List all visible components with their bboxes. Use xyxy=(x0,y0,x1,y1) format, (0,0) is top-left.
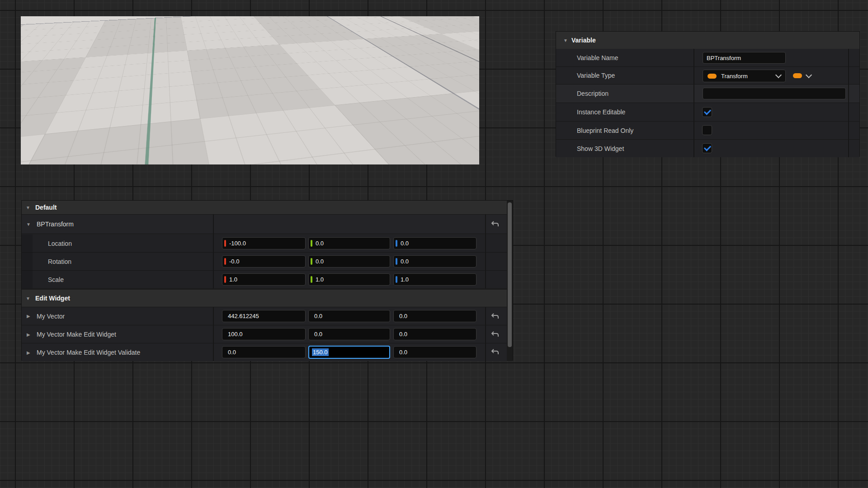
show-3d-widget-label: Show 3D Widget xyxy=(577,145,624,152)
rotation-label: Rotation xyxy=(48,258,71,265)
variable-type-value: Transform xyxy=(721,73,748,80)
mvmewv-z-field[interactable]: 0.0 xyxy=(393,346,476,358)
collapse-arrow-icon[interactable] xyxy=(26,222,33,227)
chevron-down-icon xyxy=(775,72,782,78)
revert-button[interactable] xyxy=(490,329,500,340)
my-vector-z-field[interactable]: 0.0 xyxy=(393,310,476,322)
x-axis-color-bar xyxy=(224,276,226,283)
viewport-label-exceed: Exceed max length:100 xyxy=(256,132,321,139)
expand-arrow-icon[interactable] xyxy=(27,332,33,337)
container-type-dropdown[interactable] xyxy=(793,73,811,78)
variable-section-header[interactable]: Variable xyxy=(556,32,859,49)
collapse-arrow-icon[interactable] xyxy=(26,296,32,301)
mvmewv-y-field-editing[interactable]: 150.0 xyxy=(308,346,390,359)
location-x-field[interactable]: -100.0 xyxy=(222,237,306,249)
section-title: Variable xyxy=(571,37,596,44)
viewport-label-bptransform: BPTransform xyxy=(61,75,99,82)
z-axis-color-bar xyxy=(396,240,397,247)
bptransform-widget[interactable] xyxy=(42,50,92,95)
my-vector-label: My Vector xyxy=(37,313,65,320)
column-splitter[interactable] xyxy=(213,215,214,289)
x-axis-arrow xyxy=(225,67,236,75)
details-scrollbar[interactable] xyxy=(507,201,513,361)
variable-type-label: Variable Type xyxy=(577,72,615,79)
z-axis-arrow xyxy=(200,38,209,49)
mvmewv-x-value: 0.0 xyxy=(228,349,236,356)
revert-button[interactable] xyxy=(490,347,500,357)
revert-arrow-icon xyxy=(491,313,500,320)
mvmew-z-field[interactable]: 0.0 xyxy=(393,328,476,340)
rotation-x-value: -0.0 xyxy=(229,258,239,265)
instance-editable-checkbox[interactable] xyxy=(702,107,712,117)
expand-arrow-icon[interactable] xyxy=(27,350,33,355)
container-type-pill-icon xyxy=(793,73,802,78)
transform-gizmo[interactable] xyxy=(170,34,247,86)
my-vector-y-value: 0.0 xyxy=(314,313,322,319)
location-y-value: 0.0 xyxy=(316,240,324,247)
check-icon xyxy=(704,108,711,115)
mvmew-x-value: 100.0 xyxy=(228,331,243,338)
scale-x-value: 1.0 xyxy=(229,276,237,283)
check-icon xyxy=(704,144,711,151)
scale-x-field[interactable]: 1.0 xyxy=(222,273,306,286)
my-vector-y-field[interactable]: 0.0 xyxy=(308,310,390,322)
default-section-header[interactable]: Default xyxy=(22,201,513,215)
column-splitter[interactable] xyxy=(213,307,214,361)
blueprint-editor: { "viewport": { "labels": { "bptransform… xyxy=(0,0,868,488)
column-splitter[interactable] xyxy=(693,49,694,157)
variable-name-input[interactable] xyxy=(703,52,786,64)
location-y-field[interactable]: 0.0 xyxy=(308,237,390,249)
selected-text: 150.0 xyxy=(312,348,329,356)
mvmew-y-field[interactable]: 0.0 xyxy=(308,328,390,340)
edit-widget-section-header[interactable]: Edit Widget xyxy=(22,289,513,307)
revert-arrow-icon xyxy=(491,221,500,228)
z-axis-color-bar xyxy=(396,276,397,283)
exceed-widget[interactable] xyxy=(239,114,262,149)
rotation-y-field[interactable]: 0.0 xyxy=(308,255,390,267)
scale-y-value: 1.0 xyxy=(316,276,324,283)
mvmew-z-value: 0.0 xyxy=(399,331,407,338)
collapse-arrow-icon[interactable] xyxy=(26,205,32,210)
blueprint-read-only-checkbox[interactable] xyxy=(702,125,712,135)
revert-button[interactable] xyxy=(490,311,500,322)
variable-type-dropdown[interactable]: Transform xyxy=(703,70,786,82)
revert-button[interactable] xyxy=(490,219,500,230)
rotation-z-field[interactable]: 0.0 xyxy=(393,255,476,267)
scale-z-field[interactable]: 1.0 xyxy=(393,273,476,286)
preview-viewport[interactable]: BPTransform MyVector_MakeEditWidget Exce… xyxy=(21,16,479,164)
my-vector-x-field[interactable]: 442.612245 xyxy=(222,310,306,322)
rotation-x-field[interactable]: -0.0 xyxy=(222,255,306,267)
description-input[interactable] xyxy=(703,88,846,99)
revert-arrow-icon xyxy=(491,331,500,338)
viewport-label-myvector: MyVector_MakeEditWidget xyxy=(337,68,412,75)
row-gutter xyxy=(22,271,33,288)
scrollbar-thumb[interactable] xyxy=(508,202,512,347)
gizmo-origin-dot xyxy=(201,69,207,75)
variable-name-label: Variable Name xyxy=(577,54,618,61)
viewport-floor xyxy=(21,16,479,28)
defaults-details-panel: Default BPTransform Location -100.0 0.0 … xyxy=(21,200,513,361)
location-z-field[interactable]: 0.0 xyxy=(393,237,476,249)
variable-details-panel: Variable Variable Name Variable Type Des… xyxy=(556,31,860,157)
y-axis-color-bar xyxy=(311,276,312,283)
y-axis-color-bar xyxy=(311,258,312,265)
scale-label: Scale xyxy=(48,276,64,283)
bptransform-row[interactable]: BPTransform xyxy=(22,215,513,234)
blueprint-read-only-label: Blueprint Read Only xyxy=(577,127,633,134)
z-axis-color-bar xyxy=(396,258,397,265)
my-vector-make-edit-widget-validate-label: My Vector Make Edit Widget Validate xyxy=(37,349,140,356)
rotation-y-value: 0.0 xyxy=(316,258,324,265)
collapse-arrow-icon[interactable] xyxy=(563,38,570,43)
mvmewv-x-field[interactable]: 0.0 xyxy=(222,346,306,358)
my-vector-z-value: 0.0 xyxy=(399,313,407,319)
x-axis-color-bar xyxy=(224,258,226,265)
expand-arrow-icon[interactable] xyxy=(27,314,33,319)
rotation-z-value: 0.0 xyxy=(401,258,409,265)
mvmew-x-field[interactable]: 100.0 xyxy=(222,328,306,340)
row-gutter xyxy=(22,253,33,270)
row-gutter xyxy=(22,235,33,252)
panel-right-splitter xyxy=(848,49,849,157)
show-3d-widget-checkbox[interactable] xyxy=(702,143,712,153)
instance-editable-label: Instance Editable xyxy=(577,108,625,116)
scale-y-field[interactable]: 1.0 xyxy=(308,273,390,286)
